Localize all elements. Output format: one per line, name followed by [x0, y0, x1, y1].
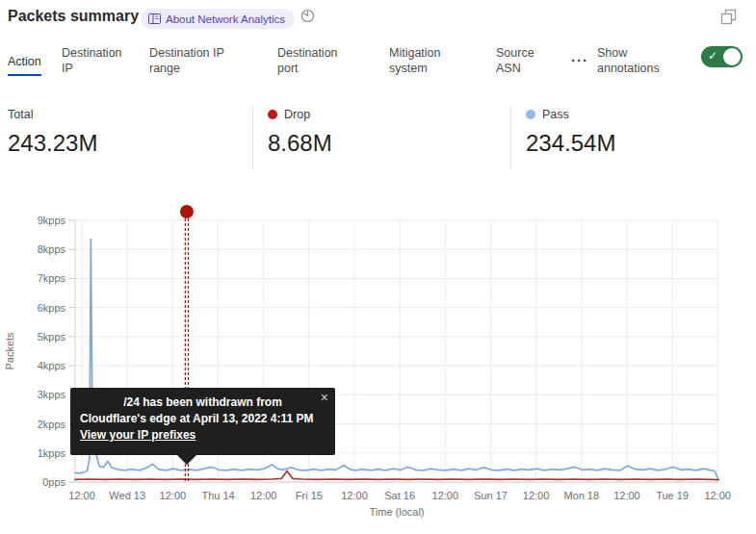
tooltip-caret [176, 454, 197, 465]
check-icon: ✓ [708, 49, 717, 63]
tab-action[interactable]: Action [8, 54, 41, 76]
view-ip-prefixes-link[interactable]: View your IP prefixes [80, 427, 196, 444]
y-tick-label: 5kpps [38, 331, 66, 343]
show-annotations-toggle[interactable]: ✓ [701, 46, 743, 67]
x-tick-label: 12:00 [432, 490, 459, 501]
x-tick-label: Sun 17 [474, 490, 508, 501]
tab-destination-ip-range[interactable]: Destination IP range [149, 45, 246, 76]
y-axis-title: Packets [4, 332, 15, 370]
about-link-label: About Network Analytics [166, 13, 285, 25]
page-title: Packets summary [8, 8, 139, 25]
drop-legend-dot [268, 110, 277, 119]
more-tabs-button[interactable]: ··· [571, 52, 588, 68]
packets-summary-panel: 0pps1kpps2kpps3kpps4kpps5kpps6kpps7kpps8… [0, 0, 756, 534]
y-tick-label: 2kpps [38, 419, 66, 430]
y-tick-label: 0pps [42, 476, 65, 488]
summary-stats: Total 243.23M Drop 8.68M Pass 234.54M [0, 104, 756, 173]
book-icon [148, 13, 161, 24]
y-tick-label: 1kpps [38, 447, 66, 459]
close-icon[interactable]: × [321, 390, 328, 406]
stat-drop[interactable]: Drop 8.68M [268, 108, 332, 157]
stats-divider [252, 106, 253, 169]
y-tick-label: 8kpps [38, 243, 66, 255]
x-tick-label: 12:00 [613, 490, 640, 501]
x-tick-label: 12:00 [250, 490, 277, 501]
time-period-icon[interactable] [300, 9, 315, 27]
y-tick-label: 7kpps [38, 272, 66, 284]
annotation-marker[interactable] [180, 205, 194, 218]
drop-line [75, 471, 718, 480]
x-axis-title: Time (local) [369, 506, 424, 518]
x-tick-label: 12:00 [160, 490, 187, 501]
y-tick-label: 4kpps [38, 360, 66, 371]
x-tick-label: 12:00 [341, 490, 368, 501]
stat-pass-label: Pass [542, 108, 569, 121]
show-annotations-label: Show annotations [597, 45, 684, 76]
stats-divider [510, 106, 511, 169]
annotation-tooltip: /24 has been withdrawn from Cloudflare's… [70, 388, 335, 455]
tab-destination-port[interactable]: Destination port [277, 45, 356, 76]
stat-pass[interactable]: Pass 234.54M [526, 108, 615, 157]
stat-drop-label: Drop [284, 108, 310, 121]
about-network-analytics-link[interactable]: About Network Analytics [141, 9, 295, 29]
x-tick-label: 12:00 [704, 490, 731, 501]
tab-source-asn[interactable]: Source ASN [496, 45, 552, 76]
stat-drop-value: 8.68M [268, 130, 332, 157]
x-tick-label: Tue 19 [656, 490, 689, 501]
x-tick-label: 12:00 [523, 490, 550, 501]
y-tick-label: 9kpps [38, 215, 66, 226]
stat-total-label: Total [8, 108, 33, 121]
stat-total-value: 243.23M [8, 130, 97, 157]
stat-pass-value: 234.54M [526, 130, 615, 157]
tooltip-line2: Cloudflare's edge at April 13, 2022 4:11… [80, 411, 326, 427]
expand-window-icon[interactable] [720, 9, 737, 29]
toggle-knob [723, 48, 741, 65]
x-tick-label: Thu 14 [201, 490, 234, 501]
tab-destination-ip[interactable]: Destination IP [62, 45, 135, 76]
tab-mitigation-system[interactable]: Mitigation system [389, 45, 458, 76]
x-tick-label: 12:00 [68, 490, 95, 501]
x-tick-label: Wed 13 [109, 490, 145, 501]
y-tick-label: 3kpps [38, 389, 66, 400]
x-tick-label: Fri 15 [296, 490, 323, 501]
stat-total[interactable]: Total 243.23M [8, 108, 97, 157]
x-tick-label: Sat 16 [384, 490, 415, 501]
pass-legend-dot [526, 110, 535, 119]
dimension-tabs: Action Destination IP Destination IP ran… [0, 42, 756, 89]
tooltip-line1: /24 has been withdrawn from [80, 394, 326, 411]
y-tick-label: 6kpps [38, 302, 66, 314]
x-tick-label: Mon 18 [563, 490, 599, 501]
